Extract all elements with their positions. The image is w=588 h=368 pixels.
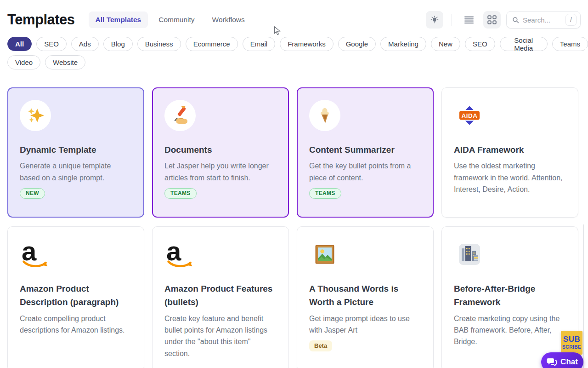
filter-chip-email[interactable]: Email bbox=[243, 37, 276, 51]
card-title: AIDA Framework bbox=[454, 143, 566, 156]
template-card[interactable]: aAmazon Product Features (bullets)Create… bbox=[152, 226, 289, 368]
card-description: Get image prompt ideas to use with Jaspe… bbox=[309, 313, 421, 336]
filter-chip-frameworks[interactable]: Frameworks bbox=[280, 37, 334, 51]
card-title: Documents bbox=[164, 143, 277, 156]
card-description: Use the oldest marketing framework in th… bbox=[454, 160, 566, 195]
chip-row: AllSEOAdsBlogBusinessEcommerceEmailFrame… bbox=[7, 37, 588, 51]
filter-chip-social-media[interactable]: Social Media bbox=[500, 37, 548, 51]
filter-chip-ecommerce[interactable]: Ecommerce bbox=[186, 37, 238, 51]
template-card[interactable]: DocumentsLet Jasper help you write longe… bbox=[152, 87, 289, 218]
grid-view-button[interactable] bbox=[483, 11, 501, 29]
chip-row: VideoWebsite bbox=[7, 55, 588, 69]
filter-chip-seo[interactable]: SEO bbox=[465, 37, 495, 51]
list-view-icon bbox=[464, 16, 474, 24]
card-title: Amazon Product Features (bullets) bbox=[164, 282, 277, 309]
card-title: Content Summarizer bbox=[309, 143, 421, 156]
filter-chip-marketing[interactable]: Marketing bbox=[380, 37, 426, 51]
card-title: Amazon Product Description (paragraph) bbox=[20, 282, 132, 309]
template-card[interactable]: AIDAAIDA FrameworkUse the oldest marketi… bbox=[441, 87, 578, 218]
subscribe-badge-line1: SUB bbox=[563, 335, 580, 344]
header: Templates All Templates Community Workfl… bbox=[7, 10, 581, 29]
card-badge: NEW bbox=[20, 188, 45, 199]
chat-bubbles-icon bbox=[547, 358, 557, 367]
card-description: Create marketing copy using the BAB fram… bbox=[454, 313, 566, 348]
scrollbar-track bbox=[583, 224, 584, 368]
aida-logo: AIDA bbox=[454, 100, 485, 131]
amazon-logo: a bbox=[20, 239, 51, 270]
card-description: Generate a unique template based on a si… bbox=[20, 160, 132, 184]
template-card[interactable]: aAmazon Product Description (paragraph)C… bbox=[7, 226, 144, 368]
subscribe-badge-line2: SCRIBE bbox=[562, 344, 581, 350]
card-description: Get the key bullet points from a piece o… bbox=[309, 160, 421, 184]
sparkles-icon bbox=[20, 100, 51, 131]
card-badge: Beta bbox=[309, 340, 332, 351]
ice-cream-icon bbox=[309, 100, 340, 131]
filter-chip-new[interactable]: New bbox=[431, 37, 460, 51]
header-toolbar: / bbox=[426, 11, 581, 29]
picture-frame-icon bbox=[309, 239, 340, 270]
list-view-button[interactable] bbox=[460, 11, 478, 29]
filter-chip-video[interactable]: Video bbox=[7, 55, 40, 69]
ideas-button[interactable] bbox=[426, 11, 443, 29]
header-tabs: All Templates Community Workflows bbox=[89, 12, 252, 28]
grid-view-icon bbox=[487, 15, 497, 24]
template-card[interactable]: Content SummarizerGet the key bullet poi… bbox=[297, 87, 434, 218]
card-description: Let Jasper help you write longer article… bbox=[164, 160, 277, 184]
search-icon bbox=[512, 17, 519, 23]
tab-all-templates[interactable]: All Templates bbox=[89, 12, 148, 28]
template-card[interactable]: Dynamic TemplateGenerate a unique templa… bbox=[7, 87, 144, 218]
subscribe-badge[interactable]: SUB SCRIBE bbox=[561, 331, 582, 355]
cityscape-icon bbox=[454, 239, 485, 270]
page-title: Templates bbox=[7, 12, 75, 28]
chat-button-label: Chat bbox=[560, 357, 578, 367]
tab-workflows[interactable]: Workflows bbox=[205, 12, 252, 28]
search-input[interactable] bbox=[523, 16, 565, 24]
filter-chip-google[interactable]: Google bbox=[338, 37, 376, 51]
amazon-logo: a bbox=[164, 239, 196, 270]
filter-chip-all[interactable]: All bbox=[7, 37, 32, 51]
filter-chip-seo[interactable]: SEO bbox=[36, 37, 67, 51]
filter-chip-website[interactable]: Website bbox=[45, 55, 85, 69]
writing-hand-icon bbox=[164, 100, 196, 131]
toolbar-divider bbox=[452, 14, 452, 26]
card-title: A Thousand Words is Worth a Picture bbox=[309, 282, 421, 309]
search-shortcut-key: / bbox=[565, 14, 577, 26]
card-badge: TEAMS bbox=[164, 188, 197, 199]
template-card[interactable]: Before-After-Bridge FrameworkCreate mark… bbox=[441, 226, 578, 368]
card-description: Create key feature and benefit bullet po… bbox=[164, 313, 277, 359]
card-title: Before-After-Bridge Framework bbox=[454, 282, 566, 309]
filter-chip-teams[interactable]: Teams bbox=[552, 37, 588, 51]
card-title: Dynamic Template bbox=[20, 143, 132, 156]
card-badge: TEAMS bbox=[309, 188, 341, 199]
category-filters: AllSEOAdsBlogBusinessEcommerceEmailFrame… bbox=[7, 37, 588, 74]
card-description: Create compelling product descriptions f… bbox=[20, 313, 132, 336]
template-card[interactable]: A Thousand Words is Worth a PictureGet i… bbox=[297, 226, 434, 368]
svg-text:AIDA: AIDA bbox=[462, 112, 478, 119]
tab-community[interactable]: Community bbox=[152, 12, 201, 28]
filter-chip-blog[interactable]: Blog bbox=[103, 37, 133, 51]
templates-grid: Dynamic TemplateGenerate a unique templa… bbox=[7, 87, 578, 368]
chat-button[interactable]: Chat bbox=[541, 352, 583, 368]
lightbulb-icon bbox=[430, 15, 440, 25]
filter-chip-ads[interactable]: Ads bbox=[71, 37, 99, 51]
filter-chip-business[interactable]: Business bbox=[137, 37, 181, 51]
search-box: / bbox=[506, 11, 581, 29]
templates-page: Templates All Templates Community Workfl… bbox=[0, 0, 588, 368]
